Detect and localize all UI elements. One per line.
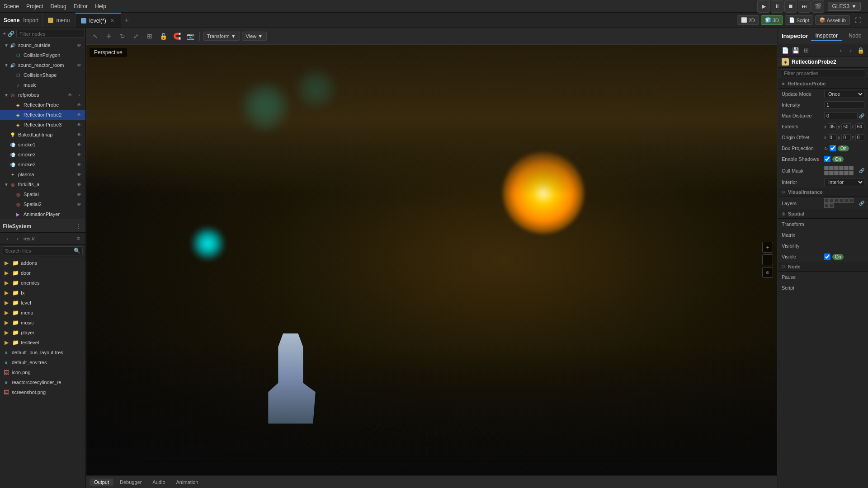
cull-cell-11[interactable] bbox=[844, 171, 849, 175]
tab-menu[interactable]: menu bbox=[42, 13, 75, 28]
tree-item-spatial2[interactable]: ◎ Spatial2 👁 bbox=[0, 199, 85, 209]
tab-add-button[interactable]: + bbox=[121, 13, 132, 28]
filter-nodes-input[interactable] bbox=[16, 30, 85, 38]
select-update-mode[interactable]: Once bbox=[824, 90, 864, 98]
eye-spatial2[interactable]: 👁 bbox=[75, 200, 84, 209]
select-tool-button[interactable]: ↖ bbox=[90, 30, 101, 42]
input-max-distance[interactable] bbox=[824, 112, 858, 119]
movie-button[interactable]: 🎬 bbox=[811, 0, 824, 13]
cull-cell-4[interactable] bbox=[839, 166, 844, 170]
lock-button[interactable]: 🔒 bbox=[157, 30, 169, 42]
filesystem-search-input[interactable] bbox=[5, 248, 74, 253]
tree-item-refprobes[interactable]: ▼ ◎ refprobes 👁 › bbox=[0, 90, 85, 100]
inspector-history-back[interactable]: ‹ bbox=[836, 46, 845, 55]
toolbar-assetlib-button[interactable]: 📦 AssetLib bbox=[815, 15, 850, 25]
eye-forklifts[interactable]: 👁 bbox=[75, 180, 84, 189]
move-tool-button[interactable]: ✛ bbox=[103, 30, 115, 42]
cull-cell-9[interactable] bbox=[834, 171, 839, 175]
section-visual-instance[interactable]: ⊙ VisualInstance bbox=[778, 188, 868, 197]
pause-button[interactable]: ⏸ bbox=[771, 0, 783, 13]
transform-button[interactable]: Transform ▼ bbox=[203, 32, 240, 41]
inspector-back-button[interactable]: 📄 bbox=[781, 46, 790, 55]
cull-cell-8[interactable] bbox=[829, 171, 834, 175]
eye-sound-outside[interactable]: 👁 bbox=[75, 41, 84, 50]
transform-mode-button[interactable]: ⊞ bbox=[144, 30, 156, 42]
fs-item-reactor[interactable]: ≡ reactorcorecylinder_re bbox=[0, 377, 85, 387]
fs-item-addons[interactable]: ▶ 📁 addons bbox=[0, 258, 85, 268]
input-extents-y[interactable] bbox=[841, 123, 850, 130]
zoom-in-button[interactable]: + bbox=[762, 242, 773, 253]
eye-smoke3[interactable]: 👁 bbox=[75, 150, 84, 159]
input-intensity[interactable] bbox=[824, 101, 864, 108]
section-spatial[interactable]: ◎ Spatial bbox=[778, 209, 868, 219]
layout-toggle-button[interactable]: ⛶ bbox=[852, 14, 864, 27]
fs-item-door[interactable]: ▶ 📁 door bbox=[0, 268, 85, 278]
arrow-right-refprobes[interactable]: › bbox=[75, 90, 84, 99]
tree-item-collision-polygon[interactable]: ⬡ CollisionPolygon bbox=[0, 50, 85, 60]
layer-cell-7[interactable] bbox=[824, 203, 829, 208]
inspector-save-button[interactable]: 💾 bbox=[791, 46, 800, 55]
layer-cell-5[interactable] bbox=[844, 198, 849, 203]
eye-plasma[interactable]: 👁 bbox=[75, 170, 84, 179]
cull-cell-6[interactable] bbox=[849, 166, 854, 170]
cull-cell-3[interactable] bbox=[834, 166, 839, 170]
eye-rp3[interactable]: 👁 bbox=[75, 120, 84, 129]
input-origin-y[interactable] bbox=[841, 134, 850, 141]
inspector-search-input[interactable] bbox=[781, 69, 865, 77]
tree-item-reflection-probe2[interactable]: ◈ ReflectionProbe2 👁 bbox=[0, 110, 85, 120]
tree-item-animation-player[interactable]: ▶ AnimationPlayer bbox=[0, 209, 85, 219]
toolbar-3d-button[interactable]: 🧊 3D bbox=[761, 15, 783, 25]
fs-item-screenshot[interactable]: 🖼 screenshot.png bbox=[0, 387, 85, 397]
view-button[interactable]: View ▼ bbox=[242, 32, 267, 41]
rotate-tool-button[interactable]: ↻ bbox=[117, 30, 128, 42]
layer-cell-4[interactable] bbox=[839, 198, 844, 203]
toggle-visible[interactable]: On bbox=[832, 254, 844, 260]
link-node-button[interactable]: 🔗 bbox=[8, 29, 14, 38]
eye-rp2[interactable]: 👁 bbox=[75, 110, 84, 119]
input-extents-z[interactable] bbox=[855, 123, 864, 130]
inspector-lock-button[interactable]: 🔒 bbox=[856, 46, 865, 55]
eye-rp1[interactable]: 👁 bbox=[75, 100, 84, 109]
zoom-fit-button[interactable]: ⊙ bbox=[762, 267, 773, 278]
toolbar-script-button[interactable]: 📄 Script bbox=[785, 15, 813, 25]
tree-item-spatial1[interactable]: ◎ Spatial 👁 bbox=[0, 189, 85, 199]
tree-item-smoke1[interactable]: 💨 smoke1 👁 bbox=[0, 140, 85, 150]
menu-project[interactable]: Project bbox=[26, 3, 43, 9]
fs-item-testlevel[interactable]: ▶ 📁 testlevel bbox=[0, 338, 85, 347]
fs-item-enemies[interactable]: ▶ 📁 enemies bbox=[0, 278, 85, 288]
eye-spatial1[interactable]: 👁 bbox=[75, 190, 84, 199]
tree-item-sound-outside[interactable]: ▼ 🔊 sound_outside 👁 bbox=[0, 40, 85, 50]
section-reflection-probe[interactable]: ◈ ReflectionProbe bbox=[778, 79, 868, 89]
cull-cell-7[interactable] bbox=[824, 171, 829, 175]
tree-item-collision-shape[interactable]: ⬡ CollisionShape bbox=[0, 70, 85, 80]
menu-debug[interactable]: Debug bbox=[50, 3, 66, 9]
menu-help[interactable]: Help bbox=[95, 3, 106, 9]
toolbar-2d-button[interactable]: ⬜ 2D bbox=[737, 15, 759, 25]
tree-item-forklifts[interactable]: ▼ ◎ forklifts_a 👁 bbox=[0, 179, 85, 189]
eye-sound-reactor[interactable]: 👁 bbox=[75, 61, 84, 70]
zoom-out-button[interactable]: − bbox=[762, 254, 773, 265]
viewport[interactable]: Perspective bbox=[86, 44, 778, 475]
tab-debugger[interactable]: Debugger bbox=[115, 479, 146, 486]
fs-item-bus-layout[interactable]: ≡ default_bus_layout.tres bbox=[0, 347, 85, 357]
eye-smoke2[interactable]: 👁 bbox=[75, 160, 84, 169]
checkbox-visible[interactable] bbox=[824, 253, 830, 260]
tree-item-sound-reactor[interactable]: ▼ 🔊 sound_reactor_room 👁 bbox=[0, 60, 85, 70]
cull-cell-10[interactable] bbox=[839, 171, 844, 175]
eye-refprobes[interactable]: 👁 bbox=[66, 90, 75, 99]
inspector-tab-node[interactable]: Node bbox=[844, 32, 866, 41]
fs-item-music[interactable]: ▶ 📁 music bbox=[0, 318, 85, 328]
fs-item-level[interactable]: ▶ 📁 level bbox=[0, 298, 85, 308]
fs-item-menu[interactable]: ▶ 📁 menu bbox=[0, 308, 85, 318]
checkbox-enable-shadows[interactable] bbox=[824, 156, 830, 162]
play-button[interactable]: ▶ bbox=[757, 0, 770, 13]
layer-cell-8[interactable] bbox=[829, 203, 834, 208]
cull-cell-1[interactable] bbox=[824, 166, 829, 170]
checkbox-box-projection[interactable] bbox=[830, 145, 836, 151]
inspector-view-button[interactable]: ⊞ bbox=[802, 46, 811, 55]
tree-item-plasma[interactable]: ✦ plasma 👁 bbox=[0, 169, 85, 179]
inspector-tab-inspector[interactable]: Inspector bbox=[811, 32, 842, 41]
tree-item-smoke3[interactable]: 💨 smoke3 👁 bbox=[0, 150, 85, 160]
select-interior[interactable]: Interior bbox=[824, 178, 864, 186]
section-node[interactable]: ⬡ Node bbox=[778, 262, 868, 272]
